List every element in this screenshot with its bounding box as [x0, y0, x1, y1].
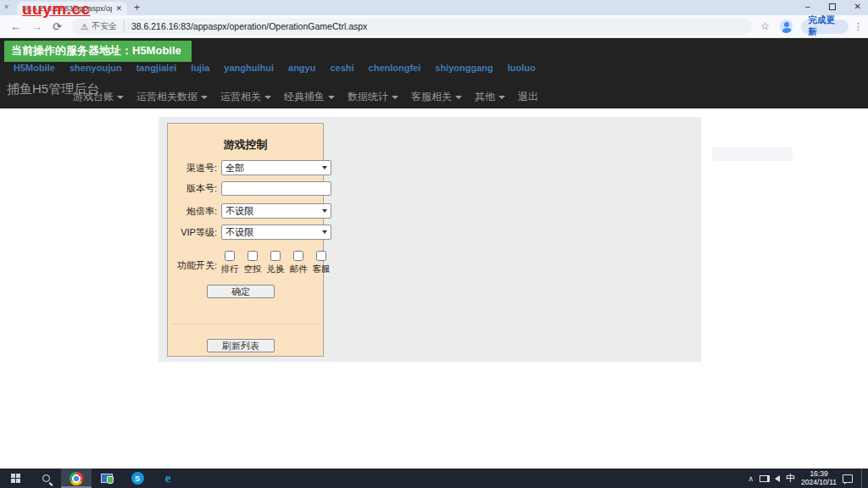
server-address-banner: 当前操作的服务器地址：H5Mobile [4, 41, 192, 62]
reload-button[interactable]: ⟳ [53, 20, 62, 33]
menu-other[interactable]: 其他 [475, 90, 505, 104]
windows-logo-icon [11, 474, 20, 483]
server-link-list: H5Mobile shenyoujun tangjialei lujia yan… [14, 63, 536, 73]
search-icon [42, 474, 50, 482]
taskbar-chrome-button[interactable] [61, 469, 92, 488]
avatar-head [784, 22, 789, 27]
tab-close-icon[interactable]: ✕ [115, 4, 122, 13]
function-switch-row: 功能开关: 排行 空投 兑换 邮件 客服 [173, 251, 330, 275]
function-switch-label: 功能开关: [173, 259, 217, 275]
service-checkbox[interactable] [316, 251, 326, 261]
server-link-luoluo[interactable]: luoluo [508, 63, 536, 73]
cannon-rate-select[interactable]: 不设限 [221, 203, 331, 219]
server-link-angyu[interactable]: angyu [288, 63, 315, 73]
skype-icon: S [131, 472, 144, 485]
show-desktop-button[interactable] [861, 469, 865, 488]
system-tray: ∧ 中 16:39 2024/10/11 [748, 469, 865, 488]
profile-avatar[interactable] [780, 19, 793, 33]
chevron-down-icon [322, 230, 327, 234]
cannon-rate-label: 炮倍率: [173, 205, 217, 218]
taskbar-skype-button[interactable]: S [122, 469, 153, 488]
switch-airdrop[interactable]: 空投 [244, 251, 261, 275]
computer-shield-icon [101, 474, 113, 483]
menu-game-ledger[interactable]: 游戏台账 [73, 90, 124, 104]
server-link-yanghuihui[interactable]: yanghuihui [224, 63, 274, 73]
site-watermark: uuym.cc [22, 0, 91, 19]
menu-operation-data[interactable]: 运营相关数据 [136, 90, 208, 104]
confirm-button[interactable]: 确定 [207, 285, 275, 298]
mail-checkbox[interactable] [293, 251, 303, 261]
menu-logout[interactable]: 退出 [518, 90, 538, 104]
menu-statistics[interactable]: 数据统计 [348, 90, 398, 104]
address-bar[interactable]: ⚠ 不安全 38.6.216.16:83/appaspx/operation/O… [72, 19, 752, 35]
forward-button[interactable]: → [31, 20, 42, 33]
windows-taskbar: S e ∧ 中 16:39 2024/10/11 [0, 469, 868, 488]
airdrop-checkbox[interactable] [248, 251, 258, 261]
server-link-chenlongfei[interactable]: chenlongfei [369, 63, 421, 73]
close-window-button[interactable]: ✕ [854, 1, 861, 13]
exchange-checkbox[interactable] [270, 251, 281, 261]
caret-down-icon [201, 96, 208, 99]
site-header: 当前操作的服务器地址：H5Mobile H5Mobile shenyoujun … [0, 38, 868, 108]
caret-down-icon [498, 96, 505, 99]
not-secure-label: 不安全 [92, 20, 125, 32]
menu-customer-service[interactable]: 客服相关 [411, 90, 462, 104]
maximize-button[interactable] [829, 3, 836, 10]
edge-icon: e [165, 471, 171, 485]
tab-search-chevron-icon[interactable]: ˅ [4, 3, 8, 11]
url-text[interactable]: 38.6.216.16:83/appaspx/operation/Operati… [131, 21, 367, 31]
channel-label: 渠道号: [173, 162, 217, 175]
volume-icon[interactable] [775, 475, 780, 482]
tray-expand-icon[interactable]: ∧ [748, 474, 754, 483]
vip-level-select[interactable]: 不设限 [221, 225, 331, 240]
version-label: 版本号: [173, 182, 217, 195]
server-link-shiyonggang[interactable]: shiyonggang [435, 63, 492, 73]
caret-down-icon [117, 96, 124, 99]
window-controls: – ✕ [805, 1, 861, 13]
fading-tooltip [712, 147, 793, 161]
switch-exchange[interactable]: 兑换 [267, 251, 284, 275]
form-title: 游戏控制 [168, 137, 323, 152]
new-tab-button[interactable]: + [134, 2, 140, 14]
clock-date: 2024/10/11 [801, 479, 837, 487]
taskbar-clock[interactable]: 16:39 2024/10/11 [801, 470, 837, 486]
server-link-ceshi[interactable]: ceshi [330, 63, 353, 73]
caret-down-icon [455, 96, 462, 99]
browser-tab-strip: ˅ 38.6.216.16:83/appaspx/oper ✕ + – ✕ [0, 0, 868, 15]
main-menu: 游戏台账 运营相关数据 运营相关 经典捕鱼 数据统计 客服相关 其他 退出 [73, 90, 538, 104]
bookmark-star-icon[interactable]: ☆ [760, 20, 770, 32]
server-link-h5mobile[interactable]: H5Mobile [14, 63, 55, 73]
menu-operation[interactable]: 运营相关 [220, 90, 271, 104]
rank-checkbox[interactable] [225, 251, 235, 261]
ime-indicator[interactable]: 中 [786, 472, 795, 485]
switch-mail[interactable]: 邮件 [290, 251, 307, 275]
chevron-down-icon [322, 166, 327, 169]
server-link-lujia[interactable]: lujia [191, 63, 209, 73]
channel-select[interactable]: 全部 [221, 160, 331, 175]
taskbar-pc-button[interactable] [92, 469, 122, 488]
back-button[interactable]: ← [10, 20, 21, 33]
not-secure-warning-icon: ⚠ [81, 22, 88, 31]
vip-level-label: VIP等级: [173, 226, 217, 239]
switch-rank[interactable]: 排行 [221, 251, 238, 275]
caret-down-icon [328, 96, 335, 99]
minimize-button[interactable]: – [805, 1, 810, 13]
browser-menu-icon[interactable]: ⋮ [854, 21, 863, 32]
action-center-icon[interactable] [843, 474, 853, 483]
taskbar-edge-button[interactable]: e [153, 469, 183, 488]
chrome-icon [70, 472, 83, 485]
avatar-body [782, 28, 792, 33]
refresh-list-button[interactable]: 刷新列表 [207, 339, 275, 352]
switch-service[interactable]: 客服 [313, 251, 330, 275]
version-input[interactable] [221, 181, 331, 196]
taskbar-search-button[interactable] [31, 469, 61, 488]
chrome-update-button[interactable]: 完成更新 [801, 19, 849, 34]
divider [171, 324, 320, 324]
switch-checkbox-group: 排行 空投 兑换 邮件 客服 [221, 251, 330, 275]
chevron-down-icon [322, 209, 327, 213]
server-link-tangjialei[interactable]: tangjialei [136, 63, 177, 73]
menu-classic-fishing[interactable]: 经典捕鱼 [284, 90, 335, 104]
server-link-shenyoujun[interactable]: shenyoujun [70, 63, 122, 73]
start-button[interactable] [0, 469, 31, 488]
browser-toolbar: ← → ⟳ ⚠ 不安全 38.6.216.16:83/appaspx/opera… [0, 15, 868, 38]
